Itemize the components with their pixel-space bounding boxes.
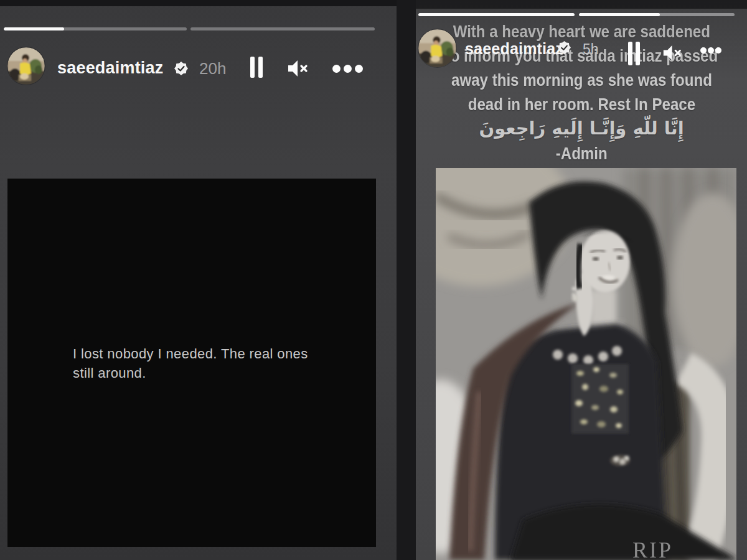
avatar[interactable] xyxy=(418,29,456,67)
muted-speaker-icon xyxy=(662,44,683,62)
mute-button[interactable] xyxy=(662,44,683,64)
top-letterbox-band xyxy=(416,0,747,9)
admin-signature: -Admin xyxy=(416,141,747,166)
neck-shape xyxy=(590,289,616,328)
progress-bar xyxy=(4,27,187,30)
hair-strand xyxy=(578,244,581,289)
progress-bar xyxy=(579,13,735,16)
pause-button[interactable] xyxy=(628,42,640,65)
muted-speaker-icon xyxy=(287,58,309,78)
progress-fill xyxy=(418,13,575,16)
timestamp: 5h xyxy=(583,41,599,58)
story-media-quote-image[interactable]: I lost nobody I needed. The real ones st… xyxy=(7,179,376,547)
pause-icon xyxy=(628,42,640,65)
quote-text-line: still around. xyxy=(73,363,308,383)
progress-fill xyxy=(4,27,64,30)
username[interactable]: saeedaimtiaz xyxy=(465,40,563,58)
quote-text: I lost nobody I needed. The real ones st… xyxy=(73,344,308,383)
username[interactable]: saeedaimtiaz xyxy=(57,58,164,78)
avatar-photo xyxy=(418,29,456,67)
more-options-button[interactable] xyxy=(700,47,721,54)
verified-badge-icon xyxy=(174,62,188,78)
quote-text-line: I lost nobody I needed. The real ones xyxy=(73,344,308,363)
progress-bar xyxy=(190,27,375,30)
top-letterbox-band xyxy=(0,0,397,6)
more-options-icon xyxy=(700,47,721,54)
caption-line: away this morning as she was found xyxy=(416,68,747,92)
bracelet xyxy=(610,455,630,466)
progress-fill xyxy=(579,13,660,16)
more-options-icon xyxy=(332,65,363,73)
more-options-button[interactable] xyxy=(332,65,363,73)
arabic-caption-line: إِنَّا للّهِ وَإِنَّـا إِلَيهِ رَاجِعونَ xyxy=(416,116,747,141)
progress-bar xyxy=(418,13,575,16)
story-left-panel: saeedaimtiaz 20h xyxy=(0,0,397,560)
avatar[interactable] xyxy=(7,47,45,85)
story-media-memorial-photo[interactable]: RIP xyxy=(436,168,736,560)
story-right-panel: With a heavy heart we are saddened to in… xyxy=(416,0,747,560)
avatar-photo xyxy=(7,47,45,85)
face-shape xyxy=(580,230,630,292)
rip-text: RIP xyxy=(632,538,673,560)
pause-button[interactable] xyxy=(250,57,263,78)
verified-badge-icon xyxy=(558,41,571,57)
pause-icon xyxy=(250,57,263,78)
mute-button[interactable] xyxy=(287,58,309,80)
caption-line: dead in her room. Rest In Peace xyxy=(416,92,747,116)
timestamp: 20h xyxy=(199,59,226,78)
